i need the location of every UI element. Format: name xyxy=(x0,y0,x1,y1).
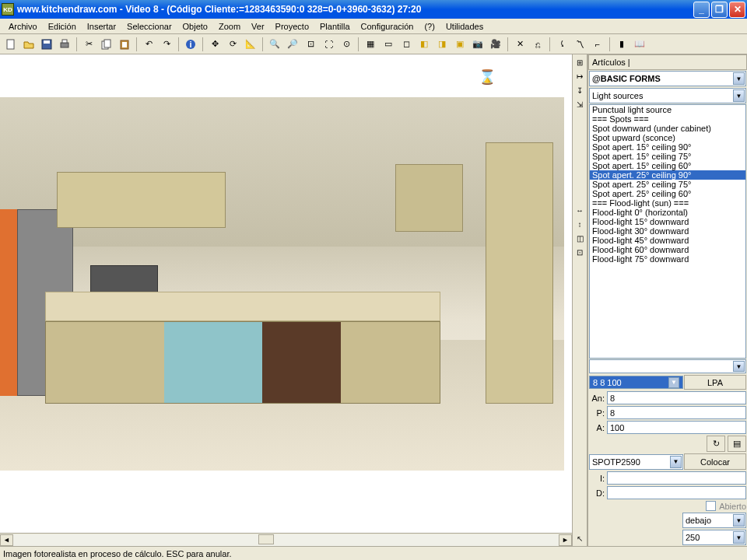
menu-seleccionar[interactable]: Seleccionar xyxy=(121,20,177,33)
catalog-combo[interactable]: @BASIC FORMS▼ xyxy=(589,71,746,86)
depth-input[interactable] xyxy=(607,406,746,419)
horizontal-scrollbar[interactable]: ◄ ► xyxy=(0,533,572,546)
list-item[interactable]: Punctual light source xyxy=(590,105,745,114)
video-icon[interactable]: 🎥 xyxy=(488,37,503,52)
menu-objeto[interactable]: Objeto xyxy=(177,20,213,33)
list-item[interactable]: Flood-light 60° downward xyxy=(590,245,745,254)
view-top-icon[interactable]: ▦ xyxy=(363,37,378,52)
list-item[interactable]: === Spots === xyxy=(590,114,745,124)
svg-rect-8 xyxy=(122,42,127,47)
list-item[interactable]: Spot apert. 15° ceiling 75° xyxy=(590,152,745,161)
status-text: Imagen fotorealista en proceso de cálcul… xyxy=(3,549,232,558)
scroll-right-button[interactable]: ► xyxy=(559,534,572,546)
maximize-button[interactable]: ❐ xyxy=(711,2,728,18)
scroll-left-button[interactable]: ◄ xyxy=(0,534,13,546)
menu-plantilla[interactable]: Plantilla xyxy=(314,20,356,33)
zoom-window-icon[interactable]: ⊡ xyxy=(303,37,318,52)
lpa-button[interactable]: LPA xyxy=(684,375,746,390)
menu-proyecto[interactable]: Proyecto xyxy=(270,20,314,33)
menu-zoom[interactable]: Zoom xyxy=(213,20,246,33)
list-item[interactable]: Spot apert. 25° ceiling 75° xyxy=(590,180,745,189)
undo-icon[interactable]: ↶ xyxy=(141,37,156,52)
vtool-3-icon[interactable]: ↧ xyxy=(573,84,586,96)
zoom-out-icon[interactable]: 🔎 xyxy=(285,37,300,52)
catalog-icon[interactable]: 📖 xyxy=(632,37,647,52)
list-item[interactable]: Spot apert. 15° ceiling 60° xyxy=(590,161,745,170)
move-icon[interactable]: ✥ xyxy=(207,37,223,52)
copy-icon[interactable] xyxy=(99,37,114,52)
vtool-7-icon[interactable]: ◫ xyxy=(573,232,586,244)
tool-a-icon[interactable]: ✕ xyxy=(512,37,528,52)
close-button[interactable]: ✕ xyxy=(729,2,745,18)
menu-utilidades[interactable]: Utilidades xyxy=(440,20,489,33)
dims-display[interactable]: 8 8 100▼ xyxy=(589,376,683,389)
info-icon[interactable]: i xyxy=(183,37,198,52)
zoom-fit-icon[interactable]: ⛶ xyxy=(321,37,336,52)
ref-combo[interactable]: SPOTP2590▼ xyxy=(589,454,683,470)
zoom-in-icon[interactable]: 🔍 xyxy=(267,37,282,52)
tool-c-icon[interactable]: ⤹ xyxy=(554,37,570,52)
tool-d-icon[interactable]: 〽 xyxy=(572,37,587,52)
list-item[interactable]: Spot apert. 25° ceiling 90° xyxy=(590,170,745,180)
menu-insertar[interactable]: Insertar xyxy=(82,20,121,33)
width-input[interactable] xyxy=(607,391,746,404)
view-shaded-icon[interactable]: ◨ xyxy=(434,37,450,52)
vtool-5-icon[interactable]: ↔ xyxy=(573,204,586,216)
list-item[interactable]: === Flood-light (sun) === xyxy=(590,198,745,208)
vtool-8-icon[interactable]: ⊡ xyxy=(573,246,586,258)
render-viewport[interactable]: ⌛ xyxy=(0,54,572,533)
save-icon[interactable] xyxy=(39,37,54,52)
new-icon[interactable] xyxy=(3,37,19,52)
detail-button[interactable]: ▤ xyxy=(728,436,746,452)
menu-archivo[interactable]: Archivo xyxy=(3,20,43,33)
i-input[interactable] xyxy=(607,471,746,485)
scroll-thumb[interactable] xyxy=(258,534,274,544)
items-listbox[interactable]: Punctual light source=== Spots ===Spot d… xyxy=(589,104,746,359)
redo-icon[interactable]: ↷ xyxy=(159,37,174,52)
position-combo[interactable]: debajo▼ xyxy=(682,513,746,528)
zoom-prev-icon[interactable]: ⊙ xyxy=(338,37,354,52)
menu-configuracion[interactable]: Configuración xyxy=(356,20,419,33)
tool-e-icon[interactable]: ⌐ xyxy=(590,37,605,52)
svg-rect-6 xyxy=(104,40,110,47)
view-wire-icon[interactable]: ◻ xyxy=(398,37,414,52)
camera-icon[interactable]: 📷 xyxy=(470,37,486,52)
open-checkbox[interactable] xyxy=(706,501,716,511)
view-elev-icon[interactable]: ▭ xyxy=(381,37,396,52)
place-button[interactable]: Colocar xyxy=(684,453,746,470)
menu-ver[interactable]: Ver xyxy=(246,20,270,33)
vtool-cursor-icon[interactable]: ↖ xyxy=(573,532,586,544)
list-item[interactable]: Flood-light 45° downward xyxy=(590,236,745,245)
list-item[interactable]: Flood-light 75° downward xyxy=(590,254,745,264)
list-item[interactable]: Flood-light 0° (horizontal) xyxy=(590,208,745,217)
minimize-button[interactable]: _ xyxy=(693,2,710,18)
altitude-input[interactable] xyxy=(607,421,746,434)
vtool-2-icon[interactable]: ↦ xyxy=(573,70,586,82)
view-hidden-icon[interactable]: ◧ xyxy=(416,37,432,52)
list-item[interactable]: Flood-light 30° downward xyxy=(590,226,745,236)
list-item[interactable]: Flood-light 15° downward xyxy=(590,217,745,226)
tool-b-icon[interactable]: ⎌ xyxy=(530,37,545,52)
refresh-button[interactable]: ↻ xyxy=(707,436,725,452)
list-item[interactable]: Spot apert. 15° ceiling 90° xyxy=(590,142,745,152)
menu-edicion[interactable]: Edición xyxy=(43,20,82,33)
list-item[interactable]: Spot upward (sconce) xyxy=(590,133,745,142)
measure-icon[interactable]: 📐 xyxy=(243,37,258,52)
list-item[interactable]: Spot downward (under cabinet) xyxy=(590,124,745,133)
vtool-6-icon[interactable]: ↕ xyxy=(573,218,586,230)
list-item[interactable]: Spot apert. 25° ceiling 60° xyxy=(590,189,745,198)
offset-combo[interactable]: 250▼ xyxy=(682,530,746,545)
menu-help[interactable]: (?) xyxy=(419,20,440,33)
cut-icon[interactable]: ✂ xyxy=(81,37,96,52)
category-combo[interactable]: Light sources▼ xyxy=(589,88,746,103)
open-icon[interactable] xyxy=(21,37,37,52)
print-icon[interactable] xyxy=(57,37,72,52)
rotate-icon[interactable]: ⟳ xyxy=(225,37,240,52)
paste-icon[interactable] xyxy=(117,37,132,52)
view-real-icon[interactable]: ▣ xyxy=(452,37,468,52)
vtool-1-icon[interactable]: ⊞ xyxy=(573,56,586,68)
vtool-4-icon[interactable]: ⇲ xyxy=(573,98,586,110)
palette-icon[interactable]: ▮ xyxy=(614,37,630,52)
d-input[interactable] xyxy=(607,486,746,499)
sub-combo[interactable]: ▼ xyxy=(589,359,746,373)
